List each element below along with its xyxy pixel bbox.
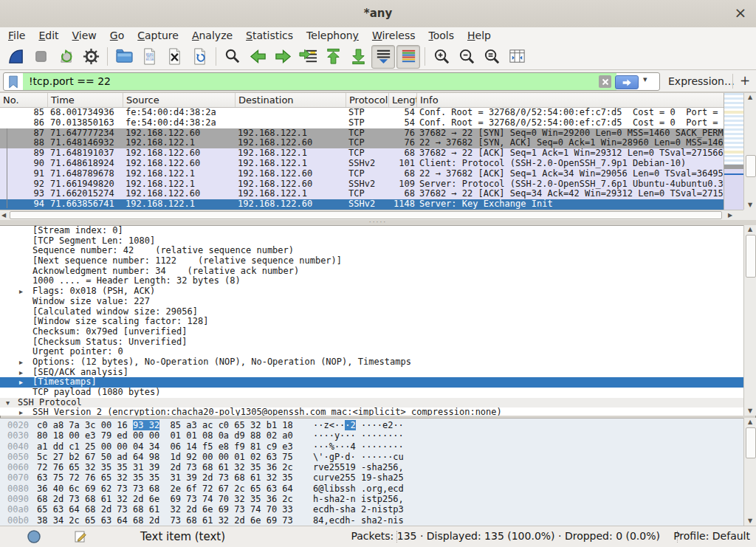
column-header-info[interactable]: Info [417,93,724,107]
filter-valid-background[interactable]: !tcp.port == 22 [23,73,616,90]
scrollbar-thumb[interactable] [746,235,756,278]
detail-line[interactable]: Acknowledgment number: 34 (relative ack … [0,266,743,277]
menu-file[interactable]: File [1,27,32,44]
scroll-left-icon[interactable]: ◀ [1,211,6,220]
hex-row-0040[interactable]: 0040a1 dd c1 25 00 00 04 34 06 14 f5 e8 … [0,441,743,452]
collapse-icon[interactable]: ▾ [6,398,10,408]
packet-row-90[interactable]: 9071.648618924192.168.122.60192.168.122.… [0,159,724,169]
menu-view[interactable]: View [66,27,103,44]
packet-row-89[interactable]: 8971.648191037192.168.122.60192.168.122.… [0,148,724,159]
start-capture-icon[interactable] [4,45,27,69]
detail-line[interactable]: ▸Options: (12 bytes), No-Operation (NOP)… [0,357,743,368]
menu-analyze[interactable]: Analyze [185,27,239,44]
go-forward-icon[interactable] [271,45,295,69]
packet-row-94[interactable]: 9471.663856741192.168.122.1192.168.122.6… [0,199,724,210]
hex-row-0020[interactable]: 0020c0 a8 7a 3c 00 16 93 32 85 a3 ac c0 … [0,420,743,430]
open-file-icon[interactable] [112,45,136,69]
stop-capture-icon[interactable] [29,45,52,69]
expression-button[interactable]: Expression… [668,75,735,87]
expand-icon[interactable]: ▸ [19,286,23,297]
detail-line[interactable]: [Stream index: 0] [0,226,743,236]
menu-statistics[interactable]: Statistics [239,27,300,44]
capture-options-icon[interactable] [79,45,103,69]
packet-row-92[interactable]: 9271.661949820192.168.122.1192.168.122.6… [0,179,724,190]
menu-help[interactable]: Help [461,27,498,44]
zoom-out-icon[interactable] [455,45,478,69]
display-filter-input[interactable]: !tcp.port == 22 ▾ [3,72,660,91]
expand-icon[interactable]: ▸ [19,368,23,378]
detail-line[interactable]: [Calculated window size: 29056] [0,307,743,317]
hex-row-0060[interactable]: 006072 76 65 32 35 35 31 39 2d 73 68 61 … [0,462,743,472]
detail-line[interactable]: ▸[SEQ/ACK analysis] [0,368,743,378]
hex-row-0070[interactable]: 007063 75 72 76 65 32 35 35 31 39 2d 73 … [0,472,743,483]
hex-row-0030[interactable]: 003080 18 00 e3 79 ed 00 00 01 01 08 0a … [0,430,743,441]
filter-clear-icon[interactable] [599,75,611,88]
scroll-down-icon[interactable]: ▼ [744,201,756,210]
packet-row-87[interactable]: 8771.647777234192.168.122.60192.168.122.… [0,128,724,139]
go-first-packet-icon[interactable] [321,45,345,69]
column-header-length[interactable]: Length [389,93,417,107]
auto-scroll-icon[interactable] [371,45,395,69]
filter-value[interactable]: !tcp.port == 22 [29,75,111,87]
capture-comment-icon[interactable] [74,529,88,546]
filter-apply-icon[interactable] [615,75,639,89]
detail-line[interactable]: [Next sequence number: 1122 (relative se… [0,256,743,266]
expand-icon[interactable]: ▸ [19,357,23,368]
menu-go[interactable]: Go [103,27,131,44]
bytes-vscrollbar[interactable]: ▲ ▼ [743,418,756,526]
detail-line[interactable]: [TCP Segment Len: 1080] [0,236,743,247]
menu-wireless[interactable]: Wireless [365,27,422,44]
scroll-up-icon[interactable]: ▲ [744,225,756,234]
packet-list-vscrollbar[interactable]: ▲ ▼ [743,93,756,210]
detail-line[interactable]: ▸Flags: 0x018 (PSH, ACK) [0,286,743,297]
add-filter-button[interactable]: + [740,73,750,88]
hex-row-0080[interactable]: 008036 40 6c 69 62 73 73 68 2e 6f 72 67 … [0,484,743,494]
close-file-icon[interactable] [162,45,186,69]
expand-icon[interactable]: ▸ [19,407,23,416]
scroll-down-icon[interactable]: ▼ [744,407,756,416]
pane-splitter[interactable]: ····· [0,220,756,225]
expert-info-icon[interactable] [27,529,41,547]
scrollbar-thumb[interactable] [746,427,756,458]
scroll-up-icon[interactable]: ▲ [744,93,756,102]
reload-file-icon[interactable] [188,45,211,69]
go-to-packet-icon[interactable] [296,45,320,69]
expand-icon[interactable]: ▸ [19,377,23,388]
zoom-original-icon[interactable] [480,45,504,69]
column-header-protocol[interactable]: Protocol [346,93,389,107]
menu-tools[interactable]: Tools [422,27,461,44]
detail-line[interactable]: Sequence number: 42 (relative sequence n… [0,246,743,256]
packet-row-91[interactable]: 9171.648789678192.168.122.1192.168.122.6… [0,169,724,179]
scroll-right-icon[interactable]: ▶ [728,211,732,220]
go-last-packet-icon[interactable] [346,45,370,69]
scroll-up-icon[interactable]: ▲ [744,418,756,427]
detail-line[interactable]: ▾SSH Protocol [0,398,743,408]
hex-row-0050[interactable]: 00505c 27 b2 67 50 ad 64 98 1d 92 00 00 … [0,452,743,462]
title-bar[interactable]: *any × [0,0,756,28]
detail-line[interactable]: ▸SSH Version 2 (encryption:chacha20-poly… [0,407,743,416]
detail-line[interactable]: Checksum: 0x79ed [unverified] [0,327,743,337]
zoom-in-icon[interactable] [430,45,453,69]
detail-line[interactable]: Urgent pointer: 0 [0,347,743,357]
detail-line[interactable]: [Checksum Status: Unverified] [0,337,743,348]
menu-capture[interactable]: Capture [131,27,185,44]
detail-line[interactable]: ▸[Timestamps] [0,377,743,388]
scrollbar-thumb[interactable] [10,211,722,219]
colorize-icon[interactable] [396,45,420,69]
details-vscrollbar[interactable]: ▲ ▼ [743,225,756,416]
packet-row-86[interactable]: 8670.013850163fe:54:00:d4:38:2aSTP54Conf… [0,118,724,128]
hex-row-00a0[interactable]: 00a065 63 64 68 2d 73 68 61 32 2d 6e 69 … [0,504,743,515]
restart-capture-icon[interactable] [54,45,78,69]
menu-edit[interactable]: Edit [32,27,65,44]
go-back-icon[interactable] [246,45,269,69]
column-header-source[interactable]: Source [123,93,236,107]
column-header-destination[interactable]: Destination [236,93,346,107]
menu-telephony[interactable]: Telephony [300,27,365,44]
window-close-icon[interactable]: × [732,4,749,23]
hex-row-0090[interactable]: 009068 2d 73 68 61 32 2d 6e 69 73 74 70 … [0,494,743,504]
detail-line[interactable]: Window size value: 227 [0,297,743,307]
scrollbar-thumb[interactable] [746,155,756,177]
column-header-no[interactable]: No. [0,93,48,107]
packet-row-85[interactable]: 8568.001734936fe:54:00:d4:38:2aSTP54Conf… [0,108,724,118]
hex-row-00b0[interactable]: 00b038 34 2c 65 63 64 68 2d 73 68 61 32 … [0,515,743,526]
